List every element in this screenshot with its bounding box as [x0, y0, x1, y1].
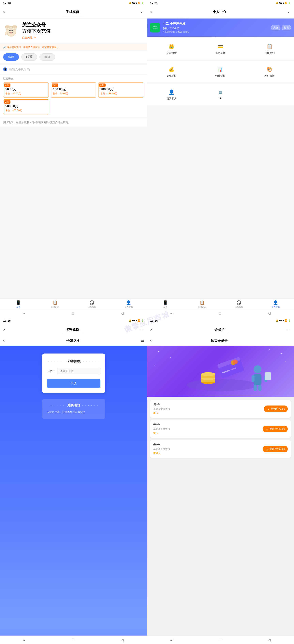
back-btn-exchange[interactable]: < — [3, 339, 5, 343]
discount-badge-50: 9.3折 — [4, 84, 11, 87]
svg-point-9 — [12, 32, 13, 33]
android-home-membership[interactable]: □ — [219, 638, 221, 642]
withdraw-action-btn[interactable]: 提现 — [282, 25, 291, 30]
more-button-profile[interactable]: ··· — [286, 10, 291, 14]
android-back-profile[interactable]: ◁ — [268, 311, 271, 316]
nav-customer-service[interactable]: 🎧 联系客服 — [74, 300, 110, 308]
profile-nav-icon: 👤 — [126, 300, 131, 305]
svg-point-13 — [280, 353, 282, 354]
android-back[interactable]: ◁ — [121, 311, 124, 316]
more-btn-membership[interactable]: ··· — [286, 328, 291, 332]
nav-service-profile[interactable]: 🎧 联系客服 — [221, 300, 257, 308]
year-card: 年卡 享会员专属折扣 360天 🔥 抢购价¥99.00 — [150, 440, 291, 458]
filter-btn-exchange[interactable]: ⇄ — [141, 339, 144, 343]
menu-promo-poster[interactable]: 🎨 推广海报 — [245, 63, 294, 81]
menu-card-exchange[interactable]: 💳 卡密兑换 — [196, 40, 245, 58]
hero-illustration — [147, 346, 294, 397]
season-card-type: 季卡 — [153, 423, 263, 427]
menu-my-customers[interactable]: 👤 我的客户 — [147, 86, 196, 104]
close-btn-exchange[interactable]: × — [3, 328, 6, 332]
amount-card-500[interactable]: 9.3折 500.00元 售价：465.00元 — [3, 100, 49, 114]
status-icons: 🔔 WiFi 📶 🔋 — [129, 2, 144, 4]
buy-season-card-btn[interactable]: 🔥 抢购价¥29.90 — [263, 426, 288, 432]
confirm-exchange-btn[interactable]: 确认 — [47, 379, 100, 388]
more-button[interactable]: ··· — [139, 10, 144, 14]
warning-bar: 🔊 请勿实际支付，本系统仅供演示，有问题请联系… — [0, 44, 147, 50]
nav-recharge-records[interactable]: 📋 充值记录 — [37, 300, 73, 308]
nav-bar-profile: × 个人中心 ··· — [147, 6, 294, 18]
bear-icon — [3, 23, 19, 38]
nav-recharge-label: 充值 — [16, 306, 21, 308]
menu-commission-detail[interactable]: 📊 佣金明细 — [196, 63, 245, 81]
android-nav-exchange: ≡ □ ◁ — [0, 636, 147, 644]
test-note: 测试说明，在后台应用入口--关键词编辑--充值介绍处填写。 — [0, 118, 147, 127]
svg-point-15 — [285, 361, 285, 362]
menu-balance-detail[interactable]: 📋 余额明细 — [245, 40, 294, 58]
phone-icon: 📱 — [3, 67, 7, 71]
android-home-exchange[interactable]: □ — [72, 638, 74, 642]
android-back-exchange[interactable]: ◁ — [121, 638, 124, 642]
membership-screen: 17:14 🔔 WiFi 📶 🔋 × 会员卡 ··· < 购买会员卡 — [147, 318, 294, 644]
amount-card-100[interactable]: 9.3折 100.00元 售价：93.00元 — [51, 82, 96, 98]
amount-value-50: 50.00元 — [5, 88, 47, 92]
nav-records-label: 充值记录 — [51, 306, 59, 308]
withdraw-icon: 💰 — [168, 66, 175, 73]
svg-point-17 — [187, 379, 257, 391]
season-price: 抢购价¥29.90 — [269, 427, 285, 431]
close-button-profile[interactable]: × — [150, 10, 153, 14]
menu-111[interactable]: 🔢 111 — [196, 86, 245, 104]
close-btn-membership[interactable]: × — [150, 328, 153, 332]
page-title-recharge: 手机充值 — [63, 8, 82, 16]
customers-icon: 👤 — [168, 88, 175, 96]
logo-text: 微信小程序 — [153, 26, 158, 30]
nav-recharge-label-profile: 充值 — [163, 306, 168, 308]
android-menu[interactable]: ≡ — [23, 312, 26, 316]
menu-member-renew[interactable]: 👑 会员续费 — [147, 40, 196, 58]
season-card-duration: 90天 — [153, 432, 263, 435]
android-menu-exchange[interactable]: ≡ — [23, 638, 26, 642]
follow-button[interactable]: 点击关注 >> — [22, 36, 51, 40]
recharge-nav-icon: 📱 — [16, 300, 21, 305]
menu-empty — [245, 86, 294, 104]
phone-placeholder[interactable]: 请输入手机号码 — [9, 68, 30, 71]
status-time: 17:13 — [3, 1, 11, 4]
nav-records-label-profile: 充值记录 — [198, 306, 206, 308]
menu-label-customers: 我的客户 — [166, 97, 177, 100]
android-menu-membership[interactable]: ≡ — [170, 638, 173, 642]
nav-recharge-profile[interactable]: 📱 充值 — [147, 300, 184, 308]
menu-grid-1: 👑 会员续费 💳 卡密兑换 📋 余额明细 — [147, 38, 294, 60]
season-card: 季卡 享会员专属折扣 90天 🔥 抢购价¥29.90 — [150, 420, 291, 438]
android-menu-profile[interactable]: ≡ — [170, 312, 173, 316]
buy-year-card-btn[interactable]: 🔥 抢购价¥99.00 — [263, 446, 288, 452]
card-secret-input[interactable] — [57, 368, 100, 374]
sale-price-200: 售价：186.00元 — [100, 92, 142, 95]
card-exchange-screen: 17:16 🔔 WiFi 📶 🔋 × 卡密兑换 ··· < 卡密兑换 ⇄ — [0, 318, 147, 644]
android-home-profile[interactable]: □ — [219, 312, 221, 316]
fire-icon-year: 🔥 — [265, 448, 268, 450]
recharge-action-btn[interactable]: 充值 — [271, 25, 280, 30]
carrier-tab-mobile[interactable]: 移动 — [3, 53, 19, 61]
amount-card-200[interactable]: 9.3折 200.00元 售价：186.00元 — [98, 82, 144, 98]
menu-withdraw-detail[interactable]: 💰 提现明细 — [147, 63, 196, 81]
close-button[interactable]: × — [3, 10, 6, 14]
balance-text: 余额：¥100.01 — [162, 26, 269, 30]
carrier-tab-telecom[interactable]: 电信 — [40, 53, 55, 61]
nav-service-label-profile: 联系客服 — [235, 306, 243, 308]
buy-month-card-btn[interactable]: 🔥 抢购价¥9.90 — [264, 406, 288, 412]
nav-profile-active[interactable]: 👤 个人中心 — [257, 300, 294, 308]
back-btn-membership[interactable]: < — [150, 339, 152, 343]
carrier-tab-unicom[interactable]: 联通 — [21, 53, 37, 61]
nav-profile-label: 个人中心 — [124, 306, 133, 308]
sub-title-membership: 购买会员卡 — [211, 338, 227, 343]
nav-recharge[interactable]: 📱 充值 — [0, 300, 37, 308]
card-title-row: · · · · · · 卡密兑换 · · · · · · — [47, 359, 100, 364]
year-card-duration: 360天 — [153, 452, 263, 455]
nav-records-profile[interactable]: 📋 充值记录 — [184, 300, 220, 308]
android-home[interactable]: □ — [72, 312, 74, 316]
nav-profile[interactable]: 👤 个人中心 — [110, 300, 147, 308]
battery-icon: 🔋 — [141, 2, 144, 4]
amount-card-50[interactable]: 9.3折 50.00元 售价：46.50元 — [3, 82, 49, 98]
android-back-membership[interactable]: ◁ — [268, 638, 271, 642]
more-btn-exchange[interactable]: ··· — [139, 328, 144, 332]
fire-icon-season: 🔥 — [265, 428, 268, 430]
